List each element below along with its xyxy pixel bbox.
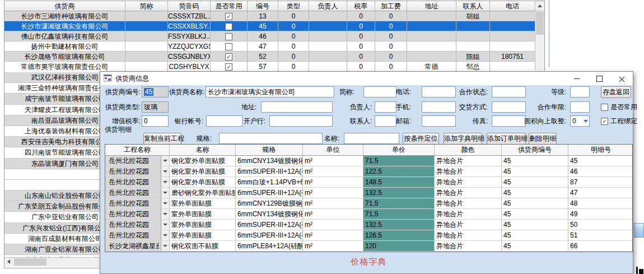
column-header[interactable]: 单价 (363, 145, 435, 155)
column-header[interactable]: 电话 (490, 1, 535, 11)
project-bind-checkbox[interactable]: ✓ 工程绑定 (601, 117, 637, 126)
supplier-type-input[interactable]: 玻璃 (142, 101, 169, 113)
dialog-titlebar[interactable]: 供货商信息 (100, 72, 633, 85)
checkbox[interactable] (225, 43, 232, 50)
column-header[interactable]: 单位 (303, 145, 363, 155)
cell-phone (490, 41, 535, 51)
table-row[interactable]: 扬州中勤建材有限公司 YZZQJCYXGS 47 0 0 0 (4, 41, 544, 52)
detail-grid-row[interactable]: 岳州北控花园 室外单面贴膜 6mmSUPER-III+12A(硅... m² 1… (105, 220, 632, 230)
project-combobox[interactable]: 岳州北控花园 (105, 188, 170, 198)
column-header[interactable]: 简音码 (168, 1, 211, 11)
common-checkbox[interactable]: 是否常用 (601, 103, 637, 112)
column-header[interactable]: 明细号 (568, 145, 633, 155)
column-header[interactable]: 类型 (278, 1, 309, 11)
maximize-button[interactable] (588, 72, 610, 85)
column-header[interactable]: 供货商 (4, 1, 125, 11)
area-round-up-select[interactable]: 0 (570, 115, 590, 127)
detail-grid-row[interactable]: 岳州北控花园 钢化室外单面贴膜 6mmSUPER-III+12A(硅... m²… (105, 166, 632, 177)
table-row[interactable]: 长沙市潇湘玻璃实业有限公司 CSSXXBLSY... 45 0 0 0 (4, 21, 544, 31)
project-combobox[interactable]: 长沙龙湖祺鑫星座 (105, 241, 170, 251)
cell-price[interactable]: 71.5 (363, 156, 435, 166)
locate-button[interactable]: 按条件定位 (403, 133, 439, 145)
cell-price[interactable]: 132.5 (363, 188, 435, 198)
checkbox[interactable]: ✓ (225, 13, 232, 20)
column-header[interactable]: 税率 (347, 1, 375, 11)
grade-input[interactable] (570, 86, 590, 97)
detail-grid-row[interactable]: 岳州北控花园 钢化室外单面贴膜 6mm白玻+1.14PVB+6mm... m² … (105, 177, 632, 188)
add-dict-detail-button[interactable]: 添加字典明细 (444, 133, 482, 145)
cell-price[interactable]: 148.5 (363, 177, 435, 187)
checkbox[interactable]: ✓ (225, 63, 232, 71)
save-button[interactable]: 存盘返回 (601, 86, 631, 98)
column-header[interactable]: 负责人 (309, 1, 347, 11)
chevron-down-icon[interactable] (161, 177, 169, 187)
vertical-scrollbar[interactable] (535, 1, 544, 70)
detail-grid-row[interactable]: 岳州北控花园 室外单面贴膜 6mmSUPER-III+12A(硅... m² 1… (105, 230, 632, 241)
column-header[interactable]: 编号 (248, 1, 278, 11)
project-combobox[interactable]: 岳州北控花园 (105, 209, 170, 219)
detail-grid-row[interactable]: 岳州北控花园 磨砂钢化室外单面贴膜 6mmSUPER-III+12A(硅... … (105, 188, 632, 198)
scrollbar-thumb[interactable] (14, 258, 46, 266)
column-header[interactable]: 联系人 (456, 1, 490, 11)
column-header[interactable]: 规格 (236, 145, 303, 155)
chevron-down-icon[interactable] (161, 188, 169, 198)
column-header[interactable]: 颜色 (435, 145, 502, 155)
supplier-name-input[interactable]: 长沙市潇湘玻璃实业有限公司 (206, 86, 334, 97)
detail-grid-row[interactable]: 岳州北控花园 钢化室外单面贴膜 6mmCNY134镀膜钢化 m² 71.5 异地… (105, 156, 632, 166)
scroll-up-icon[interactable] (535, 1, 544, 11)
column-header[interactable]: 简称 (125, 1, 168, 11)
table-row[interactable]: 佛山市亿鑫玻璃科技有限公司 FSSYXBLKJ... 46 0 0 0 (4, 31, 544, 41)
checkbox[interactable]: ✓ (225, 53, 232, 61)
checkbox[interactable] (225, 23, 232, 30)
coop-status-input[interactable] (492, 86, 526, 97)
chevron-down-icon[interactable] (161, 241, 169, 251)
detail-grid-row[interactable]: 岳州北控花园 室外单面贴膜 6mmCNY134镀膜钢化 m² 71.5 异地合片… (105, 209, 632, 220)
project-combobox[interactable]: 岳州北控花园 (105, 156, 170, 166)
cell-price[interactable]: 132.5 (363, 220, 435, 230)
supplier-id-input[interactable]: 45 (142, 86, 169, 97)
project-combobox[interactable]: 岳州北控花园 (105, 166, 170, 177)
cell-spec: 6mmSUPER-III+12A(硅... (236, 188, 303, 198)
delete-detail-button[interactable]: 删除明细 (529, 133, 557, 145)
cell-color: 异地合片 (435, 188, 502, 198)
project-combobox[interactable]: 岳州北控花园 (105, 230, 170, 240)
column-header[interactable]: 供货商编号 (502, 145, 568, 155)
column-header[interactable]: 工程名称 (105, 145, 170, 155)
chevron-down-icon[interactable] (161, 220, 169, 230)
detail-grid-row[interactable]: 岳州北控花园 室外单面贴膜 6mmCNY129B镀膜钢化 m² 71.5 异地合… (105, 198, 632, 209)
delivery-method-input[interactable] (492, 101, 526, 113)
minimize-button[interactable] (566, 72, 588, 85)
chevron-down-icon[interactable] (161, 156, 169, 166)
cell-phone (490, 21, 535, 31)
cell-price[interactable]: 122.5 (363, 166, 435, 177)
add-order-detail-button[interactable]: 添加订单明细 (487, 133, 526, 145)
project-combobox[interactable]: 岳州北控花园 (105, 177, 170, 187)
table-row[interactable]: 长沙晟格节能玻璃有限公司 CSSGJNBLYXGS ✓ 52 0 0 0 陈姐 … (4, 52, 544, 62)
coop-years-input[interactable] (570, 101, 590, 113)
column-header[interactable]: 加工费 (375, 1, 407, 11)
scroll-left-icon[interactable] (4, 258, 13, 266)
column-header[interactable]: 地址 (407, 1, 456, 11)
address-input[interactable] (261, 101, 333, 113)
spec-filter-input[interactable] (219, 133, 323, 144)
scrollbar-thumb[interactable] (536, 11, 544, 35)
name-filter-input[interactable] (344, 133, 399, 144)
close-button[interactable] (610, 72, 633, 85)
checkbox[interactable] (225, 33, 232, 40)
cell-price[interactable]: 71.5 (363, 198, 435, 208)
chevron-down-icon[interactable] (161, 166, 169, 177)
cell-price[interactable]: 120 (363, 241, 435, 251)
chevron-down-icon[interactable] (161, 230, 169, 240)
chevron-down-icon[interactable] (161, 198, 169, 208)
cell-price[interactable]: 126.5 (363, 230, 435, 240)
column-header[interactable]: 是否常用 (211, 1, 248, 11)
project-combobox[interactable]: 岳州北控花园 (105, 198, 170, 208)
table-row[interactable]: 长沙市三湘特种玻璃有限公司 CSSSXTZBL... ✓ 13 0 0 0 胡姐 (4, 11, 544, 21)
copy-project-button[interactable]: 复制当前工程 (143, 133, 181, 145)
column-header[interactable]: 名称 (170, 145, 236, 155)
project-combobox[interactable]: 岳州北控花园 (105, 220, 170, 230)
bank-branch-input[interactable] (269, 115, 333, 127)
detail-grid-row[interactable]: 长沙龙湖祺鑫星座 钢化双面不贴膜 6mmPLE84+12A(硅酮胶... m² … (105, 241, 632, 252)
chevron-down-icon[interactable] (161, 209, 169, 219)
cell-price[interactable]: 71.5 (363, 209, 435, 219)
